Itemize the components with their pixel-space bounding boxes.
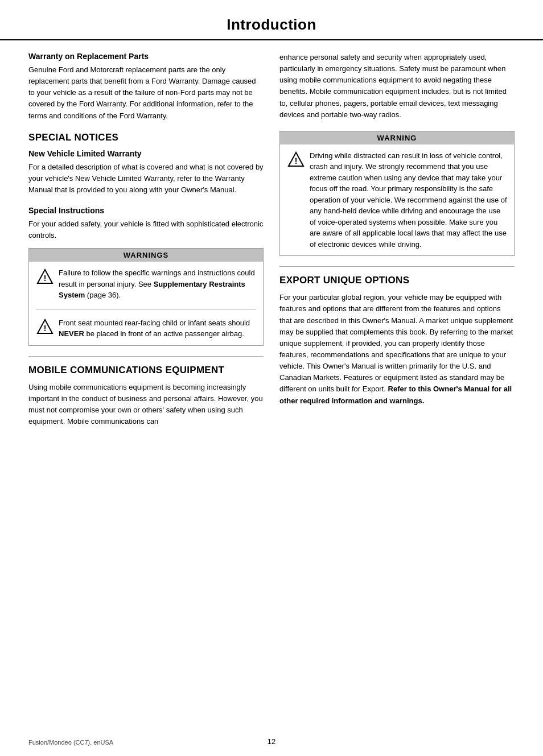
mobile-title: MOBILE COMMUNICATIONS EQUIPMENT: [28, 365, 264, 376]
right-warning-header: WARNING: [280, 131, 514, 144]
export-body: For your particular global region, your …: [279, 292, 515, 406]
footer-model: Fusion/Mondeo (CC7), enUSA: [28, 739, 113, 746]
right-warning-row: ! Driving while distracted can result in…: [287, 150, 507, 250]
warnings-header: WARNINGS: [29, 249, 263, 262]
export-title: EXPORT UNIQUE OPTIONS: [279, 275, 515, 286]
warning-icon-2: !: [36, 318, 54, 336]
svg-text:!: !: [44, 274, 47, 283]
warnings-content: ! Failure to follow the specific warning…: [29, 262, 263, 345]
new-vehicle-title: New Vehicle Limited Warranty: [28, 149, 264, 158]
content-area: Warranty on Replacement Parts Genuine Fo…: [0, 52, 543, 437]
right-warning-icon: !: [287, 151, 305, 169]
svg-text:!: !: [295, 156, 298, 166]
page-title: Introduction: [227, 16, 316, 33]
warning-row-2: ! Front seat mounted rear-facing child o…: [36, 317, 256, 340]
special-instructions-title: Special Instructions: [28, 206, 264, 215]
warning-text-2: Front seat mounted rear-facing child or …: [59, 317, 256, 340]
right-warning-text: Driving while distracted can result in l…: [310, 150, 507, 250]
warnings-box: WARNINGS ! Failure to follow the specifi…: [28, 248, 264, 346]
special-notices-title: SPECIAL NOTICES: [28, 132, 264, 143]
right-warning-box: WARNING ! Driving while distracted can r…: [279, 131, 515, 257]
right-column: enhance personal safety and security whe…: [279, 52, 515, 437]
special-instructions-body: For your added safety, your vehicle is f…: [28, 218, 264, 241]
mobile-body-continued: enhance personal safety and security whe…: [279, 52, 515, 121]
warning-icon-1: !: [36, 268, 54, 286]
new-vehicle-body: For a detailed description of what is co…: [28, 162, 264, 196]
page-header: Introduction: [0, 0, 543, 40]
left-column: Warranty on Replacement Parts Genuine Fo…: [28, 52, 264, 437]
svg-text:!: !: [44, 324, 47, 333]
mobile-body: Using mobile communications equipment is…: [28, 382, 264, 428]
right-warning-content: ! Driving while distracted can result in…: [280, 144, 514, 256]
warranty-body: Genuine Ford and Motorcraft replacement …: [28, 64, 264, 122]
warning-row-1: ! Failure to follow the specific warning…: [36, 267, 256, 301]
page-container: Introduction Warranty on Replacement Par…: [0, 0, 543, 756]
warranty-title: Warranty on Replacement Parts: [28, 52, 264, 61]
warning-text-1: Failure to follow the specific warnings …: [59, 267, 256, 301]
